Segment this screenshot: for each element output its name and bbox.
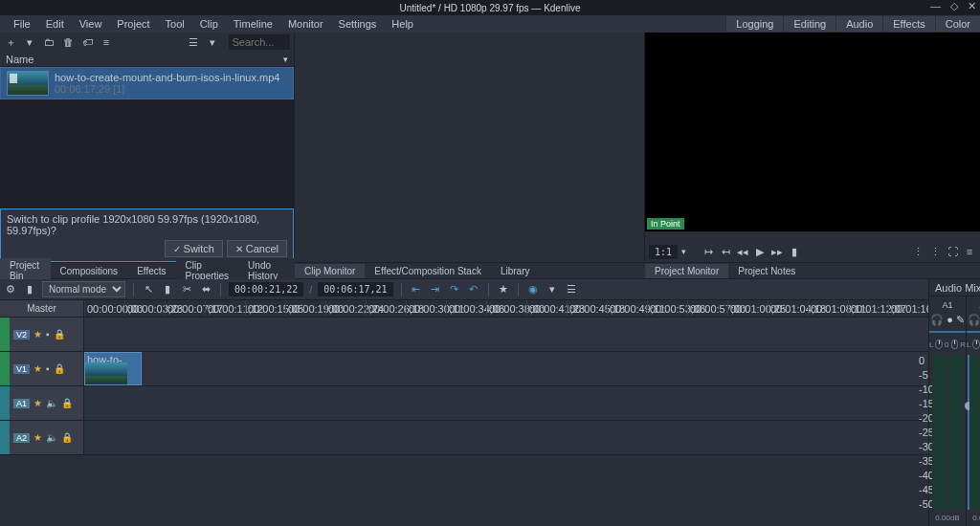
chevron-down-icon[interactable]: ▾ — [283, 55, 288, 64]
workspace-color[interactable]: Color — [935, 16, 980, 32]
bin-header-name[interactable]: Name — [6, 54, 33, 65]
zone-out-icon[interactable]: ⇥ — [429, 283, 442, 296]
tab-project-notes[interactable]: Project Notes — [728, 264, 805, 278]
view-list-icon[interactable]: ☰ — [187, 35, 200, 49]
menu-clip[interactable]: Clip — [192, 16, 226, 32]
play-icon[interactable]: ▶ — [753, 245, 767, 258]
menu-edit[interactable]: Edit — [38, 16, 72, 32]
pan-knob[interactable] — [935, 340, 943, 349]
tab-effects[interactable]: Effects — [127, 264, 175, 278]
lock-icon[interactable]: 🔒 — [54, 363, 65, 374]
monitor-ruler[interactable] — [645, 231, 980, 241]
zone-end-icon[interactable]: ↤ — [719, 245, 732, 258]
search-input[interactable] — [229, 34, 291, 50]
chevron-down-icon[interactable]: ▾ — [681, 247, 686, 256]
bin-empty-area[interactable] — [0, 99, 294, 208]
tab-project-monitor[interactable]: Project Monitor — [645, 264, 728, 278]
balance-knob[interactable] — [951, 340, 959, 349]
lock-icon[interactable]: 🔒 — [61, 432, 73, 443]
switch-button[interactable]: ✓ Switch — [165, 240, 223, 257]
star-icon[interactable]: ★ — [33, 363, 42, 374]
fullscreen-icon[interactable]: ⛶ — [946, 245, 959, 258]
channel-db[interactable]: 0.00dB — [935, 514, 959, 522]
favorite-icon[interactable]: ★ — [497, 283, 510, 296]
lock-icon[interactable]: 🔒 — [54, 329, 65, 340]
track-body-v2[interactable] — [84, 318, 928, 351]
zone-start-icon[interactable]: ↦ — [702, 245, 715, 258]
audio-mute-icon[interactable]: 🔈 — [46, 432, 57, 443]
chevron-down-icon[interactable]: ▾ — [23, 35, 36, 49]
menu-project[interactable]: Project — [109, 16, 157, 32]
maximize-button[interactable]: ◇ — [950, 0, 958, 12]
forward-icon[interactable]: ▸▸ — [770, 245, 784, 258]
bin-clip-item[interactable]: how-to-create-mount-and-burn-isos-in-lin… — [0, 67, 294, 99]
timeline-position[interactable]: 00:00:21,22 — [229, 282, 303, 296]
channel-slider[interactable] — [929, 331, 966, 333]
tag-icon[interactable]: 🏷 — [80, 35, 94, 49]
menu-help[interactable]: Help — [384, 16, 421, 32]
track-menu-icon[interactable]: ▮ — [23, 283, 36, 296]
menu-monitor[interactable]: Monitor — [280, 16, 331, 32]
timeline-ruler[interactable]: 00:00:00;0000:00:03;2300:00:07;1700:00:1… — [84, 300, 928, 317]
view-options-icon[interactable]: ▾ — [206, 35, 219, 49]
track-target-icon[interactable] — [0, 386, 10, 420]
track-body-a1[interactable] — [84, 386, 928, 420]
chevron-down-icon[interactable]: ▾ — [546, 283, 559, 296]
timeline-clip[interactable]: how-to-create-mount-and-burn-isos-in-lin… — [84, 352, 142, 385]
star-icon[interactable]: ★ — [33, 329, 42, 340]
zone-in-icon[interactable]: ⇤ — [410, 283, 423, 296]
monitor-options-icon[interactable]: ≡ — [963, 245, 976, 258]
star-icon[interactable]: ★ — [33, 398, 42, 408]
mute-icon[interactable]: ● — [947, 314, 953, 326]
workspace-audio[interactable]: Audio — [835, 16, 882, 32]
star-icon[interactable]: ★ — [33, 432, 42, 443]
video-mute-icon[interactable]: ▪ — [46, 363, 50, 374]
menu-settings[interactable]: Settings — [331, 16, 385, 32]
workspace-editing[interactable]: Editing — [783, 16, 835, 32]
timeline-menu-icon[interactable]: ☰ — [565, 283, 578, 296]
razor-tool-icon[interactable]: ▮ — [161, 283, 174, 296]
monitor-scale[interactable]: 1:1 — [649, 245, 678, 259]
overwrite-icon[interactable]: ↷ — [448, 283, 461, 296]
channel-db[interactable]: 0.00dB — [972, 514, 980, 522]
headphone-icon[interactable]: 🎧 — [930, 314, 944, 326]
video-mute-icon[interactable]: ▪ — [46, 329, 50, 340]
track-target-icon[interactable] — [0, 318, 10, 351]
lock-icon[interactable]: 🔒 — [61, 398, 73, 408]
track-header-v2[interactable]: V2 ★ ▪ 🔒 — [0, 318, 84, 351]
minimize-button[interactable]: — — [930, 0, 941, 12]
channel-slider[interactable] — [967, 331, 980, 333]
solo-icon[interactable]: ✎ — [956, 314, 965, 326]
workspace-effects[interactable]: Effects — [882, 16, 934, 32]
menu-timeline[interactable]: Timeline — [226, 16, 280, 32]
cancel-button[interactable]: ✕ Cancel — [227, 240, 287, 257]
selection-tool-icon[interactable]: ↖ — [142, 283, 155, 296]
tab-compositions[interactable]: Compositions — [51, 264, 128, 278]
track-target-icon[interactable] — [0, 421, 10, 454]
master-track-header[interactable]: Master — [0, 300, 84, 317]
insert-icon[interactable]: ↶ — [467, 283, 480, 296]
edit-mode-icon[interactable]: ▮ — [788, 245, 801, 258]
pan-knob[interactable] — [972, 340, 980, 349]
workspace-logging[interactable]: Logging — [725, 16, 783, 32]
track-header-v1[interactable]: V1 ★ ▪ 🔒 — [0, 352, 84, 385]
spacer-tool-icon[interactable]: ⬌ — [199, 283, 212, 296]
monitor-viewport[interactable]: In Point — [645, 33, 980, 231]
menu-tool[interactable]: Tool — [158, 16, 192, 32]
track-header-a1[interactable]: A1 ★ 🔈 🔒 — [0, 386, 84, 420]
preview-render-icon[interactable]: ◉ — [526, 283, 540, 296]
delete-icon[interactable]: 🗑 — [61, 35, 75, 49]
monitor-menu-icon[interactable]: ⋮ — [928, 245, 942, 258]
add-clip-icon[interactable]: ＋ — [4, 35, 17, 49]
gear-icon[interactable]: ⚙ — [4, 283, 17, 296]
headphone-icon[interactable]: 🎧 — [968, 314, 980, 326]
track-target-icon[interactable] — [0, 352, 10, 385]
track-body-a2[interactable] — [84, 421, 928, 454]
menu-icon[interactable]: ≡ — [100, 35, 113, 49]
monitor-menu-icon[interactable]: ⋮ — [911, 245, 924, 258]
rewind-icon[interactable]: ◂◂ — [736, 245, 749, 258]
edit-mode-select[interactable]: Normal mode — [42, 281, 125, 297]
menu-view[interactable]: View — [72, 16, 110, 32]
cut-icon[interactable]: ✂ — [180, 283, 193, 296]
tab-effect-stack[interactable]: Effect/Composition Stack — [365, 264, 491, 278]
